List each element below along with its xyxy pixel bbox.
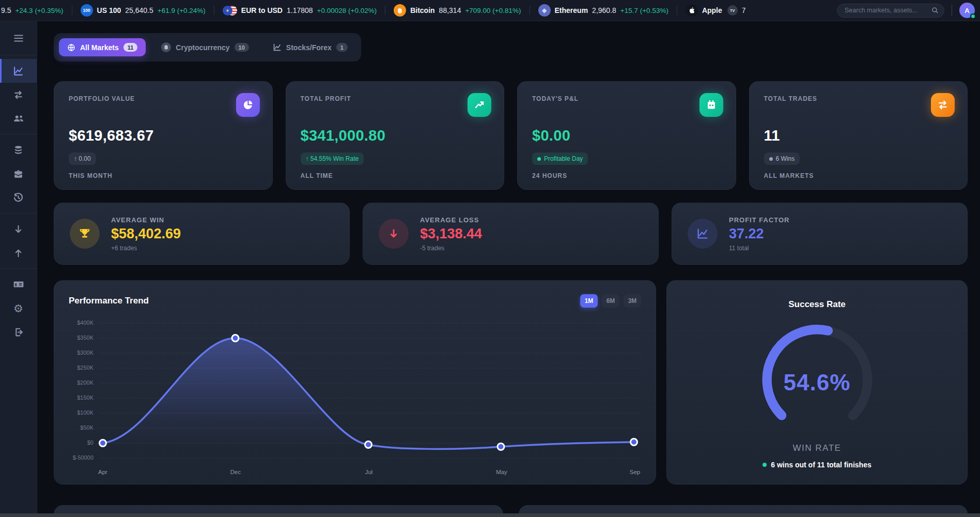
performance-trend-card: Performance Trend 1M 6M 3M $400K $350K $…	[54, 280, 656, 484]
ticker-item-partial[interactable]: 9.5 +24.3 (+0.35%)	[1, 6, 64, 14]
data-point[interactable]	[99, 440, 106, 447]
ticker-change: +24.3 (+0.35%)	[15, 7, 63, 14]
y-tick: $50K	[80, 424, 94, 431]
avatar-letter: A	[965, 7, 969, 14]
ticker-item-ethereum[interactable]: ◆ Ethereum 2,960.8 +15.7 (+0.53%)	[538, 4, 668, 17]
sidebar-item-history[interactable]	[0, 186, 37, 209]
x-tick: Sep	[630, 469, 640, 475]
divider	[530, 6, 530, 15]
line-chart: $400K $350K $300K $250K $200K $150K $100…	[69, 319, 641, 478]
card-portfolio-value: PORTFOLIO VALUE $619,683.67 ↑ 0.00 THIS …	[54, 81, 273, 190]
divider	[385, 6, 385, 15]
data-point[interactable]	[232, 335, 239, 342]
card-total-trades: TOTAL TRADES 11 6 Wins ALL MARKETS	[749, 81, 968, 190]
range-3m-button[interactable]: 3M	[624, 294, 641, 308]
data-point[interactable]	[497, 444, 504, 450]
menu-icon	[13, 33, 24, 44]
x-tick: Jul	[365, 469, 373, 475]
tab-stocks-forex[interactable]: Stocks/Forex 1	[265, 38, 356, 56]
sidebar-item-portfolio[interactable]	[0, 162, 37, 186]
sidebar-item-community[interactable]	[0, 107, 37, 130]
sidebar-item-deposit[interactable]	[0, 217, 37, 241]
tab-cryptocurrency[interactable]: ฿ Cryptocurrency 10	[153, 38, 257, 57]
line-chart-svg	[99, 319, 641, 463]
range-1m-button[interactable]: 1M	[580, 294, 598, 308]
tab-label: Stocks/Forex	[286, 43, 332, 52]
gear-icon: ⚙	[13, 303, 23, 314]
globe-icon	[67, 43, 75, 52]
sidebar-item-withdraw[interactable]	[0, 241, 37, 265]
status-dot	[769, 157, 773, 161]
user-avatar[interactable]: A	[959, 3, 975, 18]
metric-sub: 11 total	[729, 245, 789, 252]
divider	[952, 5, 952, 16]
card-label: TODAY'S P&L	[532, 95, 721, 102]
x-tick: Apr	[98, 469, 107, 475]
x-axis: Apr Dec Jul May Sep	[99, 466, 641, 478]
ticker-name: Ethereum	[555, 6, 588, 14]
sidebar-item-assets[interactable]	[0, 138, 37, 162]
data-point[interactable]	[631, 439, 637, 446]
metric-sub: -5 trades	[420, 245, 482, 252]
bitcoin-icon: ฿	[394, 4, 406, 17]
sidebar-item-account[interactable]	[0, 272, 37, 296]
ticker-item-us100[interactable]: 100 US 100 25,640.5 +61.9 (+0.24%)	[81, 4, 206, 17]
y-tick: $-50000	[73, 454, 94, 461]
ticker-change: +0.00028 (+0.02%)	[317, 7, 377, 14]
trend-up-icon	[468, 93, 491, 117]
gauge-label: WIN RATE	[793, 443, 842, 453]
profitable-day-badge: Profitable Day	[532, 153, 588, 165]
change-badge: ↑ 0.00	[69, 153, 96, 165]
tab-count-badge: 10	[235, 43, 249, 52]
chart-line-icon	[13, 66, 24, 77]
y-tick: $400K	[77, 320, 94, 326]
ticker-change: +15.7 (+0.53%)	[620, 7, 668, 14]
card-footer: THIS MONTH	[69, 172, 258, 179]
ticker-value: 1.17808	[287, 6, 313, 14]
ticker-value: 9.5	[1, 6, 11, 14]
range-selector: 1M 6M 3M	[580, 294, 641, 308]
sidebar-item-logout[interactable]	[0, 320, 37, 344]
search-input[interactable]	[845, 7, 931, 14]
gauge-title: Success Rate	[788, 299, 846, 310]
tab-count-badge: 11	[123, 43, 138, 52]
divider	[214, 6, 214, 15]
x-tick: May	[496, 469, 507, 475]
card-label: TOTAL PROFIT	[301, 95, 490, 102]
tab-count-badge: 1	[336, 43, 348, 52]
ticker-value-clipped: 7	[742, 6, 748, 14]
ticker-item-apple[interactable]: Apple TV 7	[686, 4, 748, 17]
data-point[interactable]	[365, 442, 372, 448]
range-6m-button[interactable]: 6M	[602, 294, 619, 308]
sidebar-item-transfers[interactable]	[0, 83, 37, 107]
legend-dot	[763, 463, 767, 467]
card-average-win: AVERAGE WIN $58,402.69 +6 trades	[54, 203, 350, 265]
card-footer: 24 HOURS	[532, 172, 721, 179]
users-icon	[13, 113, 24, 124]
swap-icon	[13, 89, 24, 100]
sidebar-item-settings[interactable]: ⚙	[0, 296, 37, 320]
legend-text: 6 wins out of 11 total finishes	[771, 461, 871, 469]
ticker-name: EUR to USD	[241, 6, 283, 14]
ticker-item-bitcoin[interactable]: ฿ Bitcoin 88,314 +709.00 (+0.81%)	[394, 4, 521, 17]
card-label: TOTAL TRADES	[764, 95, 953, 102]
card-value: 11	[764, 127, 953, 144]
market-tabs: All Markets 11 ฿ Cryptocurrency 10 Stock…	[54, 33, 361, 62]
card-footer: ALL MARKETS	[764, 172, 953, 179]
ethereum-icon: ◆	[538, 4, 551, 17]
briefcase-icon	[13, 169, 24, 179]
divider	[0, 213, 37, 214]
sidebar-item-analytics[interactable]	[0, 59, 37, 83]
ticker-item-eurusd[interactable]: ★ EUR to USD 1.17808 +0.00028 (+0.02%)	[223, 5, 377, 16]
divider	[72, 6, 72, 15]
sidebar-item-menu[interactable]	[0, 25, 37, 51]
chart-icon	[273, 43, 282, 52]
ticker-value: 88,314	[439, 6, 461, 14]
divider	[0, 268, 37, 269]
bitcoin-icon: ฿	[161, 42, 171, 52]
metric-value: $58,402.69	[111, 226, 181, 242]
bottom-scrollbar[interactable]	[0, 513, 980, 517]
card-label: PORTFOLIO VALUE	[69, 95, 258, 102]
tab-all-markets[interactable]: All Markets 11	[59, 38, 146, 56]
card-value: $619,683.67	[69, 127, 258, 144]
